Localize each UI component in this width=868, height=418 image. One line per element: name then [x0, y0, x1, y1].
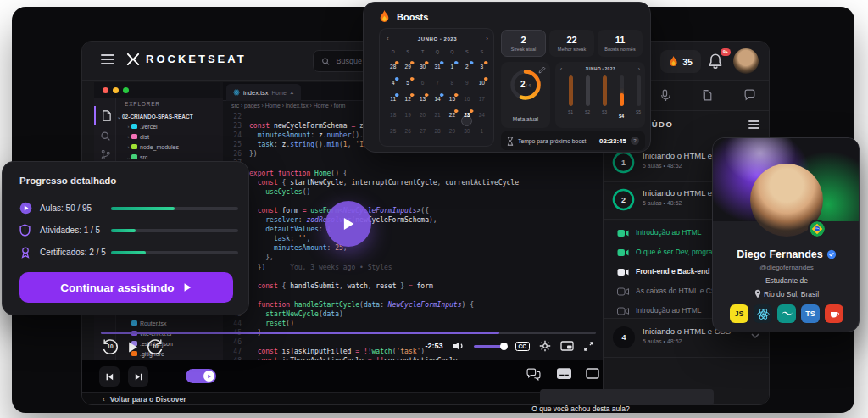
calendar-day[interactable]: 14 [430, 92, 444, 108]
calendar-day[interactable]: 29 [400, 59, 415, 75]
voice-tab[interactable] [659, 89, 673, 103]
calendar-day[interactable]: 3 [475, 59, 489, 75]
calendar-day[interactable]: 28 [386, 59, 400, 75]
volume-icon[interactable] [453, 341, 465, 351]
streak-counter[interactable]: 35 [660, 50, 701, 73]
subtitles-button[interactable] [557, 368, 571, 379]
calendar-day[interactable]: 10 [475, 75, 489, 92]
calendar-weekday: D [386, 49, 400, 54]
tab-close-icon[interactable]: × [290, 89, 294, 97]
vscode-titlebar [94, 82, 220, 98]
autoplay-toggle[interactable] [186, 369, 216, 383]
calendar-day[interactable]: 17 [475, 92, 489, 108]
weekly-prev-icon[interactable]: ‹ [560, 66, 562, 72]
user-avatar[interactable] [733, 48, 759, 74]
calendar-day[interactable]: 20 [415, 108, 430, 124]
previous-lesson-button[interactable] [99, 366, 120, 387]
calendar-prev-icon[interactable]: ‹ [387, 36, 389, 42]
calendar-day[interactable]: 22 [445, 108, 459, 124]
calendar-day[interactable]: 6 [415, 75, 430, 92]
calendar-day[interactable]: 28 [430, 124, 444, 140]
calendar-day[interactable]: 2 [459, 59, 474, 75]
js-badge[interactable]: JS [730, 304, 748, 323]
calendar-day[interactable]: 23 [459, 108, 474, 124]
calendar-weekday: S [459, 49, 474, 54]
menu-button[interactable] [101, 54, 114, 66]
calendar-day[interactable]: 27 [415, 124, 430, 140]
boost-flame-dot [453, 92, 459, 98]
video-play-button[interactable] [326, 201, 371, 247]
chevron-down-icon[interactable] [751, 333, 760, 339]
profile-name: Diego Fernandes [737, 248, 822, 260]
volume-knob[interactable] [500, 343, 508, 350]
code-line: 43 startNewCycle(data) [223, 309, 603, 319]
materials-tab[interactable] [701, 89, 715, 103]
feedback-bar[interactable] [540, 389, 714, 405]
explorer-menu-icon[interactable]: ⋯ [209, 99, 216, 107]
skip-back-button[interactable]: 10 [101, 337, 120, 356]
calendar-day[interactable]: 25 [386, 124, 400, 140]
tab-index-tsx[interactable]: index.tsx Home × [226, 84, 301, 101]
pip-icon[interactable] [560, 341, 574, 351]
profile-handle: @diegofernandes [713, 264, 860, 271]
calendar-day[interactable]: 7 [430, 75, 444, 92]
calendar-day[interactable]: 1 [475, 124, 489, 140]
react-badge[interactable] [754, 304, 772, 323]
play-icon [19, 202, 32, 215]
calendar-day[interactable]: 26 [400, 124, 415, 140]
calendar-day[interactable]: 30 [459, 124, 474, 140]
calendar-next-icon[interactable]: › [486, 36, 488, 42]
fullscreen-icon[interactable] [583, 341, 594, 352]
back-to-discover-link[interactable]: Voltar para o Discover [110, 395, 186, 404]
calendar-day[interactable]: 1 [445, 59, 459, 75]
chat-tab[interactable] [743, 89, 757, 103]
calendar-day[interactable]: 4 [386, 75, 400, 92]
skip-forward-button[interactable]: 10 [146, 337, 164, 356]
theater-mode-button[interactable] [586, 368, 599, 379]
calendar-day[interactable]: 9 [459, 75, 474, 92]
video-seekbar[interactable] [101, 332, 596, 334]
calendar-day[interactable]: 30 [415, 59, 430, 75]
settings-gear-icon[interactable] [539, 340, 551, 352]
weekly-next-icon[interactable]: › [638, 66, 640, 72]
captions-button[interactable]: CC [515, 342, 530, 351]
theater-mode-icon [586, 368, 599, 379]
calendar-day[interactable]: 21 [430, 108, 444, 124]
help-icon[interactable]: ? [631, 137, 639, 145]
tree-item[interactable]: Router.tsx [116, 318, 223, 328]
java-badge[interactable] [825, 304, 843, 323]
calendar-day[interactable]: 18 [386, 108, 400, 124]
tree-item[interactable]: ›node_modules [116, 142, 223, 152]
weekly-bar-label: S5 [630, 109, 647, 114]
project-folder[interactable]: ⌄02-CRIANDO-SPAS-REACT [116, 111, 223, 121]
next-lesson-button[interactable] [128, 366, 148, 387]
tailwind-badge[interactable] [777, 304, 796, 323]
boost-flame-dot [483, 60, 488, 65]
progress-label: Certificados: 2 / 5 [40, 248, 106, 257]
calendar-weekday: S [400, 49, 415, 54]
calendar-day[interactable]: 12 [400, 92, 415, 108]
calendar-day[interactable]: 13 [415, 92, 430, 108]
tree-item[interactable]: ›dist [116, 131, 223, 142]
calendar-day[interactable]: 19 [400, 108, 415, 124]
calendar-day[interactable]: 16 [459, 92, 474, 108]
calendar-day[interactable]: 29 [445, 124, 459, 140]
small-play-icon[interactable] [127, 341, 138, 354]
ts-badge[interactable]: TS [801, 304, 820, 323]
freeze-drop-dot [395, 76, 400, 81]
tree-item[interactable]: ›.vercel [116, 121, 223, 131]
comments-button[interactable] [526, 368, 541, 381]
list-filter-icon[interactable] [748, 120, 760, 131]
rocketseat-logo[interactable]: ROCKETSEAT [126, 53, 247, 65]
volume-slider[interactable] [474, 345, 506, 348]
notifications-button[interactable]: 9+ [708, 53, 725, 70]
calendar-day[interactable]: 11 [386, 92, 400, 108]
calendar-day[interactable]: 15 [445, 92, 459, 108]
calendar-day[interactable]: 31 [430, 59, 444, 75]
profile-role: Estudante de [713, 276, 860, 285]
next-boost-label: Tempo para próximo boost [518, 138, 595, 144]
calendar-day[interactable]: 5 [400, 75, 415, 92]
calendar-day[interactable]: 8 [445, 75, 459, 92]
calendar-day[interactable]: 24 [475, 108, 489, 124]
continue-watching-button[interactable]: Continuar assistindo [19, 272, 233, 303]
